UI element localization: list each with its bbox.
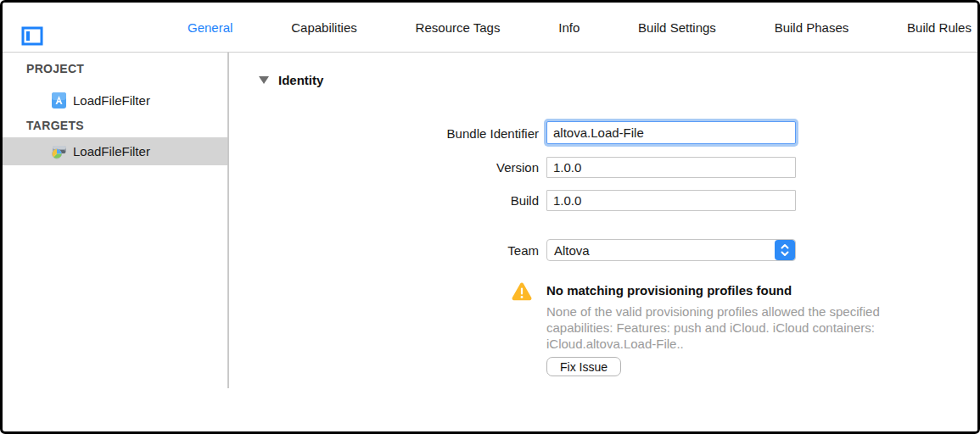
disclosure-triangle-icon (259, 76, 269, 84)
tab-build-settings[interactable]: Build Settings (638, 20, 716, 35)
sidebar-toggle-icon (21, 25, 43, 47)
team-dropdown-value: Altova (547, 243, 775, 258)
app-extension-target-icon (51, 143, 67, 159)
editor-tabs: General Capabilities Resource Tags Info … (188, 3, 972, 52)
build-label: Build (256, 193, 539, 208)
show-navigator-toggle[interactable] (21, 25, 43, 47)
team-dropdown[interactable]: Altova (546, 239, 796, 261)
dropdown-stepper-icon (775, 240, 795, 260)
section-title: Identity (278, 73, 323, 87)
editor-tab-bar: General Capabilities Resource Tags Info … (3, 3, 977, 52)
tab-build-rules[interactable]: Build Rules (907, 20, 972, 35)
warning-triangle-icon (512, 282, 532, 301)
fix-issue-button[interactable]: Fix Issue (546, 357, 621, 376)
general-settings-pane: Identity Bundle Identifier Version Build… (229, 53, 980, 434)
project-section-header: PROJECT (26, 62, 84, 75)
project-targets-sidebar: PROJECT LoadFileFilter TARGETS (3, 53, 227, 388)
tab-build-phases[interactable]: Build Phases (775, 20, 849, 35)
bundle-identifier-label: Bundle Identifier (256, 126, 539, 141)
warning-description: None of the valid provisioning profiles … (546, 303, 945, 352)
sidebar-item-project-loadfilefilter[interactable]: LoadFileFilter (3, 86, 227, 114)
team-label: Team (256, 243, 539, 258)
warning-title: No matching provisioning profiles found (546, 283, 792, 298)
build-input[interactable] (546, 190, 796, 211)
sidebar-item-label: LoadFileFilter (73, 144, 150, 159)
tab-resource-tags[interactable]: Resource Tags (416, 20, 501, 35)
identity-section-header[interactable]: Identity (259, 73, 323, 87)
version-label: Version (256, 160, 539, 175)
tab-info[interactable]: Info (558, 20, 580, 35)
sidebar-item-target-loadfilefilter[interactable]: LoadFileFilter (3, 137, 227, 165)
sidebar-item-label: LoadFileFilter (73, 93, 150, 108)
bundle-identifier-input[interactable] (546, 121, 796, 144)
xcode-project-editor-window: General Capabilities Resource Tags Info … (0, 0, 980, 434)
project-document-icon (51, 92, 67, 108)
targets-section-header: TARGETS (26, 119, 84, 132)
version-input[interactable] (546, 157, 796, 178)
tab-general[interactable]: General (188, 20, 232, 35)
tab-capabilities[interactable]: Capabilities (291, 20, 357, 35)
